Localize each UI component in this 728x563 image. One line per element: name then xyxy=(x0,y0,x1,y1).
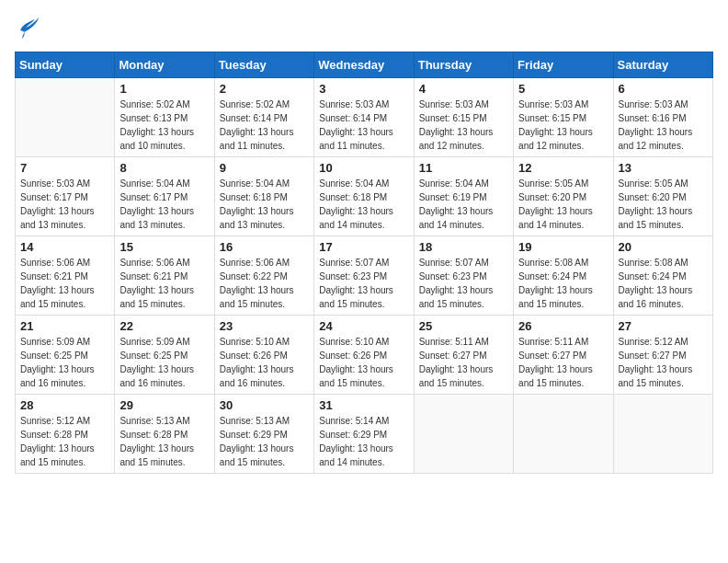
day-number: 22 xyxy=(119,319,209,333)
calendar-cell: 1Sunrise: 5:02 AMSunset: 6:13 PMDaylight… xyxy=(115,78,214,157)
day-info: Sunrise: 5:04 AMSunset: 6:18 PMDaylight:… xyxy=(319,177,408,232)
day-info: Sunrise: 5:08 AMSunset: 6:24 PMDaylight:… xyxy=(518,256,608,311)
day-info: Sunrise: 5:02 AMSunset: 6:13 PMDaylight:… xyxy=(119,98,209,153)
col-header-monday: Monday xyxy=(115,52,214,78)
day-number: 23 xyxy=(220,319,309,333)
logo xyxy=(15,15,44,44)
day-info: Sunrise: 5:03 AMSunset: 6:16 PMDaylight:… xyxy=(619,98,708,153)
day-number: 11 xyxy=(419,161,508,175)
week-row-2: 7Sunrise: 5:03 AMSunset: 6:17 PMDaylight… xyxy=(16,157,713,236)
page-header xyxy=(15,15,713,44)
col-header-thursday: Thursday xyxy=(414,52,513,78)
calendar-cell: 5Sunrise: 5:03 AMSunset: 6:15 PMDaylight… xyxy=(514,78,613,157)
calendar-cell xyxy=(514,395,613,474)
day-number: 21 xyxy=(20,319,109,333)
day-number: 16 xyxy=(220,240,309,254)
calendar-cell: 20Sunrise: 5:08 AMSunset: 6:24 PMDayligh… xyxy=(613,236,712,316)
calendar-cell: 18Sunrise: 5:07 AMSunset: 6:23 PMDayligh… xyxy=(414,236,513,316)
calendar-cell: 13Sunrise: 5:05 AMSunset: 6:20 PMDayligh… xyxy=(613,157,712,236)
calendar-cell: 4Sunrise: 5:03 AMSunset: 6:15 PMDaylight… xyxy=(414,78,513,157)
logo-bird-icon xyxy=(15,15,40,44)
calendar-cell: 9Sunrise: 5:04 AMSunset: 6:18 PMDaylight… xyxy=(214,157,313,236)
day-info: Sunrise: 5:03 AMSunset: 6:14 PMDaylight:… xyxy=(319,98,408,153)
day-info: Sunrise: 5:02 AMSunset: 6:14 PMDaylight:… xyxy=(220,98,309,153)
calendar-cell: 27Sunrise: 5:12 AMSunset: 6:27 PMDayligh… xyxy=(613,316,712,395)
calendar-header-row: SundayMondayTuesdayWednesdayThursdayFrid… xyxy=(16,52,713,78)
calendar-cell: 16Sunrise: 5:06 AMSunset: 6:22 PMDayligh… xyxy=(214,236,313,316)
calendar-cell xyxy=(16,78,115,157)
day-info: Sunrise: 5:09 AMSunset: 6:25 PMDaylight:… xyxy=(119,335,209,390)
day-info: Sunrise: 5:14 AMSunset: 6:29 PMDaylight:… xyxy=(319,414,408,469)
day-info: Sunrise: 5:09 AMSunset: 6:25 PMDaylight:… xyxy=(20,335,109,390)
col-header-tuesday: Tuesday xyxy=(214,52,313,78)
day-info: Sunrise: 5:13 AMSunset: 6:29 PMDaylight:… xyxy=(220,414,309,469)
calendar-cell: 6Sunrise: 5:03 AMSunset: 6:16 PMDaylight… xyxy=(613,78,712,157)
day-info: Sunrise: 5:07 AMSunset: 6:23 PMDaylight:… xyxy=(419,256,508,311)
day-number: 2 xyxy=(220,82,309,96)
calendar-cell: 8Sunrise: 5:04 AMSunset: 6:17 PMDaylight… xyxy=(115,157,214,236)
day-number: 14 xyxy=(20,240,109,254)
day-number: 29 xyxy=(119,398,209,412)
day-number: 31 xyxy=(319,398,408,412)
day-number: 1 xyxy=(119,82,209,96)
day-number: 18 xyxy=(419,240,508,254)
day-info: Sunrise: 5:05 AMSunset: 6:20 PMDaylight:… xyxy=(518,177,608,232)
col-header-saturday: Saturday xyxy=(613,52,712,78)
col-header-sunday: Sunday xyxy=(16,52,115,78)
day-info: Sunrise: 5:06 AMSunset: 6:21 PMDaylight:… xyxy=(20,256,109,311)
day-info: Sunrise: 5:10 AMSunset: 6:26 PMDaylight:… xyxy=(319,335,408,390)
day-info: Sunrise: 5:11 AMSunset: 6:27 PMDaylight:… xyxy=(518,335,608,390)
day-info: Sunrise: 5:03 AMSunset: 6:17 PMDaylight:… xyxy=(20,177,109,232)
week-row-5: 28Sunrise: 5:12 AMSunset: 6:28 PMDayligh… xyxy=(16,395,713,474)
col-header-friday: Friday xyxy=(514,52,613,78)
day-info: Sunrise: 5:05 AMSunset: 6:20 PMDaylight:… xyxy=(619,177,708,232)
calendar-cell: 19Sunrise: 5:08 AMSunset: 6:24 PMDayligh… xyxy=(514,236,613,316)
calendar-cell: 17Sunrise: 5:07 AMSunset: 6:23 PMDayligh… xyxy=(314,236,414,316)
calendar-cell: 24Sunrise: 5:10 AMSunset: 6:26 PMDayligh… xyxy=(314,316,414,395)
calendar-cell: 29Sunrise: 5:13 AMSunset: 6:28 PMDayligh… xyxy=(115,395,214,474)
calendar-cell xyxy=(414,395,513,474)
calendar-cell: 10Sunrise: 5:04 AMSunset: 6:18 PMDayligh… xyxy=(314,157,414,236)
day-number: 27 xyxy=(619,319,708,333)
day-info: Sunrise: 5:04 AMSunset: 6:17 PMDaylight:… xyxy=(119,177,209,232)
day-number: 26 xyxy=(518,319,608,333)
calendar-cell: 31Sunrise: 5:14 AMSunset: 6:29 PMDayligh… xyxy=(314,395,414,474)
day-number: 28 xyxy=(20,398,109,412)
day-info: Sunrise: 5:03 AMSunset: 6:15 PMDaylight:… xyxy=(419,98,508,153)
calendar-cell: 3Sunrise: 5:03 AMSunset: 6:14 PMDaylight… xyxy=(314,78,414,157)
day-info: Sunrise: 5:08 AMSunset: 6:24 PMDaylight:… xyxy=(619,256,708,311)
day-number: 19 xyxy=(518,240,608,254)
calendar-cell: 7Sunrise: 5:03 AMSunset: 6:17 PMDaylight… xyxy=(16,157,115,236)
calendar-cell: 22Sunrise: 5:09 AMSunset: 6:25 PMDayligh… xyxy=(115,316,214,395)
col-header-wednesday: Wednesday xyxy=(314,52,414,78)
day-number: 24 xyxy=(319,319,408,333)
week-row-4: 21Sunrise: 5:09 AMSunset: 6:25 PMDayligh… xyxy=(16,316,713,395)
day-info: Sunrise: 5:07 AMSunset: 6:23 PMDaylight:… xyxy=(319,256,408,311)
calendar-cell: 28Sunrise: 5:12 AMSunset: 6:28 PMDayligh… xyxy=(16,395,115,474)
calendar-cell: 12Sunrise: 5:05 AMSunset: 6:20 PMDayligh… xyxy=(514,157,613,236)
calendar-cell: 25Sunrise: 5:11 AMSunset: 6:27 PMDayligh… xyxy=(414,316,513,395)
day-info: Sunrise: 5:04 AMSunset: 6:19 PMDaylight:… xyxy=(419,177,508,232)
day-number: 30 xyxy=(220,398,309,412)
day-number: 20 xyxy=(619,240,708,254)
day-number: 8 xyxy=(119,161,209,175)
calendar-cell: 2Sunrise: 5:02 AMSunset: 6:14 PMDaylight… xyxy=(214,78,313,157)
calendar-cell: 21Sunrise: 5:09 AMSunset: 6:25 PMDayligh… xyxy=(16,316,115,395)
day-info: Sunrise: 5:13 AMSunset: 6:28 PMDaylight:… xyxy=(119,414,209,469)
day-number: 12 xyxy=(518,161,608,175)
day-info: Sunrise: 5:12 AMSunset: 6:27 PMDaylight:… xyxy=(619,335,708,390)
day-number: 13 xyxy=(619,161,708,175)
day-number: 6 xyxy=(619,82,708,96)
day-number: 5 xyxy=(518,82,608,96)
calendar-table: SundayMondayTuesdayWednesdayThursdayFrid… xyxy=(15,52,713,474)
day-number: 3 xyxy=(319,82,408,96)
day-info: Sunrise: 5:04 AMSunset: 6:18 PMDaylight:… xyxy=(220,177,309,232)
day-number: 17 xyxy=(319,240,408,254)
calendar-cell: 14Sunrise: 5:06 AMSunset: 6:21 PMDayligh… xyxy=(16,236,115,316)
week-row-1: 1Sunrise: 5:02 AMSunset: 6:13 PMDaylight… xyxy=(16,78,713,157)
day-number: 10 xyxy=(319,161,408,175)
day-info: Sunrise: 5:06 AMSunset: 6:21 PMDaylight:… xyxy=(119,256,209,311)
day-number: 4 xyxy=(419,82,508,96)
calendar-cell: 15Sunrise: 5:06 AMSunset: 6:21 PMDayligh… xyxy=(115,236,214,316)
week-row-3: 14Sunrise: 5:06 AMSunset: 6:21 PMDayligh… xyxy=(16,236,713,316)
